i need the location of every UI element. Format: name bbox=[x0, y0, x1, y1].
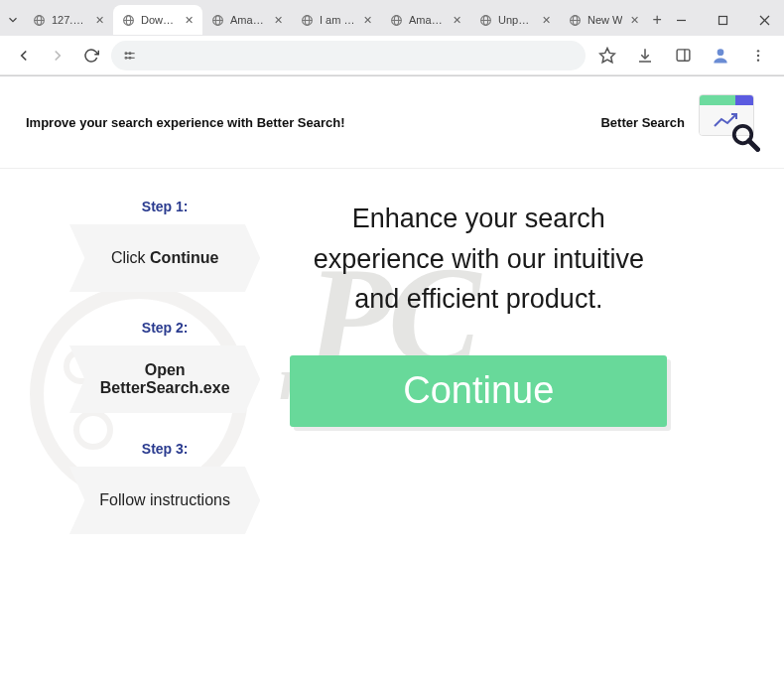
tab-6[interactable]: New W✕ bbox=[560, 5, 648, 35]
tab-label: Amazon bbox=[409, 14, 445, 26]
svg-line-40 bbox=[749, 141, 758, 150]
tab-4[interactable]: Amazon✕ bbox=[381, 5, 470, 35]
tab-strip: 127.0.0✕Downlo✕Amazon✕I am no✕Amazon✕Unp… bbox=[0, 0, 784, 36]
tab-label: New W bbox=[588, 14, 622, 26]
steps-column: Step 1:Click ContinueStep 2:Open BetterS… bbox=[69, 199, 260, 562]
toolbar bbox=[0, 36, 784, 75]
address-bar[interactable] bbox=[111, 41, 586, 70]
maximize-button[interactable] bbox=[704, 6, 743, 34]
side-panel-button[interactable] bbox=[667, 40, 699, 71]
step-box-2: Open BetterSearch.exe bbox=[69, 345, 260, 413]
tab-0[interactable]: 127.0.0✕ bbox=[24, 5, 113, 35]
tab-label: Downlo bbox=[141, 14, 177, 26]
tab-label: Unpack bbox=[498, 14, 534, 26]
tab-label: 127.0.0 bbox=[52, 14, 87, 26]
brand-name: Better Search bbox=[600, 115, 685, 130]
tab-3[interactable]: I am no✕ bbox=[292, 5, 381, 35]
reload-button[interactable] bbox=[77, 42, 105, 69]
browser-chrome: 127.0.0✕Downlo✕Amazon✕I am no✕Amazon✕Unp… bbox=[0, 0, 784, 76]
step-text-prefix: Click bbox=[111, 249, 150, 266]
step-box-1: Click Continue bbox=[69, 224, 260, 292]
step-box-3: Follow instructions bbox=[69, 467, 260, 534]
tab-1[interactable]: Downlo✕ bbox=[113, 5, 202, 35]
favicon-icon bbox=[210, 13, 224, 27]
svg-point-35 bbox=[718, 49, 724, 56]
favicon-icon bbox=[300, 13, 314, 27]
close-tab-icon[interactable]: ✕ bbox=[93, 14, 105, 26]
close-tab-icon[interactable]: ✕ bbox=[183, 14, 195, 26]
close-tab-icon[interactable]: ✕ bbox=[540, 14, 552, 26]
svg-point-38 bbox=[757, 59, 759, 61]
favicon-icon bbox=[389, 13, 403, 27]
step-text-bold: Continue bbox=[150, 249, 218, 266]
step-label-1: Step 1: bbox=[69, 199, 260, 214]
page-content: PCrisk.com Improve your search experienc… bbox=[0, 76, 784, 685]
close-window-button[interactable] bbox=[745, 6, 784, 34]
step-label-2: Step 2: bbox=[69, 320, 260, 336]
bookmark-button[interactable] bbox=[591, 40, 623, 71]
favicon-icon bbox=[32, 13, 46, 27]
tab-label: Amazon bbox=[230, 14, 266, 26]
favicon-icon bbox=[478, 13, 492, 27]
tab-search-button[interactable] bbox=[6, 9, 20, 31]
main-column: Enhance your search experience with our … bbox=[280, 199, 667, 562]
close-tab-icon[interactable]: ✕ bbox=[451, 14, 462, 26]
svg-marker-31 bbox=[600, 48, 615, 62]
svg-rect-22 bbox=[719, 16, 727, 24]
new-tab-button[interactable]: + bbox=[652, 7, 661, 33]
downloads-button[interactable] bbox=[629, 40, 661, 71]
forward-button[interactable] bbox=[44, 42, 71, 69]
svg-point-36 bbox=[757, 50, 759, 52]
step-label-3: Step 3: bbox=[69, 441, 260, 457]
favicon-icon bbox=[568, 13, 582, 27]
headline: Enhance your search experience with our … bbox=[290, 199, 667, 320]
minimize-button[interactable] bbox=[662, 6, 702, 34]
brand-logo bbox=[699, 94, 758, 150]
page-header: Improve your search experience with Bett… bbox=[0, 76, 784, 169]
svg-point-37 bbox=[757, 54, 759, 56]
continue-button[interactable]: Continue bbox=[290, 355, 667, 427]
close-tab-icon[interactable]: ✕ bbox=[361, 14, 373, 26]
close-tab-icon[interactable]: ✕ bbox=[628, 14, 640, 26]
profile-button[interactable] bbox=[705, 40, 736, 71]
magnifier-icon bbox=[730, 122, 760, 152]
step-text-bold: Open BetterSearch.exe bbox=[100, 361, 230, 396]
menu-button[interactable] bbox=[742, 40, 774, 71]
step-text-prefix: Follow instructions bbox=[99, 491, 230, 508]
tab-5[interactable]: Unpack✕ bbox=[470, 5, 560, 35]
svg-rect-33 bbox=[677, 50, 690, 61]
favicon-icon bbox=[121, 13, 135, 27]
tab-label: I am no bbox=[320, 14, 355, 26]
back-button[interactable] bbox=[10, 42, 38, 69]
site-settings-icon bbox=[123, 49, 137, 63]
close-tab-icon[interactable]: ✕ bbox=[272, 14, 284, 26]
tagline: Improve your search experience with Bett… bbox=[26, 115, 345, 130]
tab-2[interactable]: Amazon✕ bbox=[202, 5, 292, 35]
